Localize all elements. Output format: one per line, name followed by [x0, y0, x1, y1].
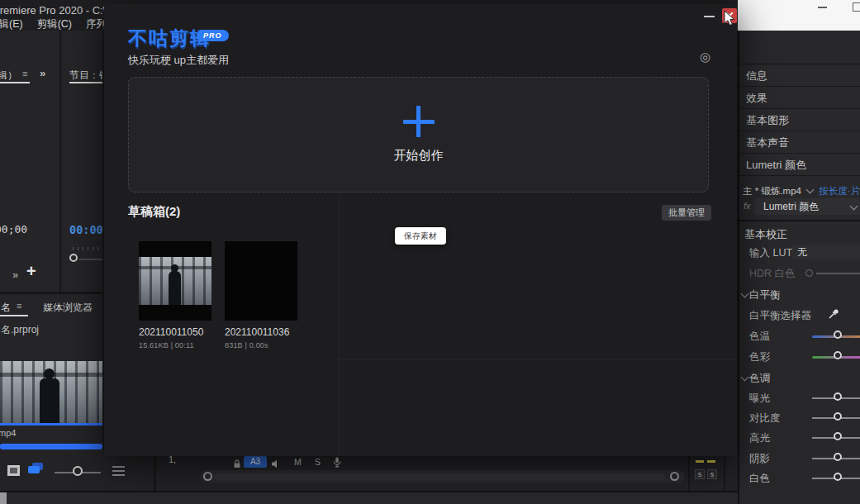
status-strip [0, 491, 860, 504]
active-tab-underline [0, 315, 28, 316]
tab-program-monitor[interactable]: 节目：锻 [69, 69, 102, 83]
master-clip-label[interactable]: 主 * 锻炼.mp4 [743, 186, 801, 196]
hdr-slider-track [816, 273, 860, 274]
tab-info[interactable]: 信息 [739, 64, 860, 87]
scrub-track [79, 259, 102, 260]
eyedropper-icon[interactable] [828, 308, 839, 323]
bottom-panels: 1, A3 M S s s [0, 450, 738, 491]
effect-selector[interactable]: Lumetri 颜色 [755, 198, 860, 215]
horizontal-scrollbar[interactable] [0, 444, 102, 449]
menu-clip[interactable]: 剪辑(C) [37, 17, 72, 31]
grid-line [339, 193, 340, 456]
tab-source-monitor[interactable]: 辑） [0, 69, 17, 83]
minimize-icon[interactable] [818, 7, 827, 8]
effect-name: Lumetri 颜色 [763, 198, 819, 215]
project-file-item[interactable]: 名.prproj [1, 323, 39, 337]
draft-name: 202110011050 [139, 326, 211, 338]
tint-slider-handle[interactable] [834, 351, 842, 359]
whites-slider-handle[interactable] [834, 473, 842, 481]
draft-meta: 831B | 0.00s [225, 341, 297, 349]
solo-button[interactable]: S [315, 457, 321, 467]
mute-button[interactable]: M [294, 457, 302, 467]
list-view-icon[interactable] [7, 465, 20, 476]
clip-thumbnail[interactable] [0, 361, 102, 423]
audio-meter-peak [707, 460, 715, 463]
group-white-balance: 白平衡 [739, 286, 860, 304]
draft-card[interactable]: 202110011050 15.61KB | 00:11 [139, 241, 211, 349]
dialog-minimize-button[interactable] [704, 16, 715, 17]
effect-clip-header: 主 * 锻炼.mp4 按长度·片 [743, 183, 860, 199]
program-timecode[interactable]: 00:00 [69, 223, 102, 236]
panel-menu-icon[interactable]: ≡ [17, 301, 21, 311]
left-panels: 辑） ≡ » 节目：锻 00;00 00:00 » + 名 ≡ 媒体浏览器 名.… [0, 31, 102, 504]
settings-icon[interactable]: ◎ [700, 50, 710, 63]
fx-badge: fx [744, 201, 751, 211]
shadows-slider-handle[interactable] [834, 453, 842, 461]
tab-effects[interactable]: 效果 [739, 87, 860, 109]
panel-divider [724, 450, 725, 491]
highlights-slider-handle[interactable] [834, 432, 842, 440]
button-overflow-icon[interactable]: » [12, 269, 18, 281]
source-timecode[interactable]: 00;00 [0, 223, 27, 235]
temperature-slider-handle[interactable] [834, 330, 842, 339]
chevron-down-icon[interactable] [741, 290, 749, 298]
track-target-a3-button[interactable]: A3 [244, 456, 267, 468]
maximize-icon[interactable] [853, 2, 860, 12]
input-lut-select[interactable]: 无 [792, 245, 860, 259]
group-tone: 色调 [739, 369, 860, 388]
voiceover-mic-icon[interactable] [333, 456, 341, 471]
tab-lumetri-color[interactable]: Lumetri 颜色 [739, 154, 860, 176]
chevron-down-icon[interactable] [806, 186, 815, 194]
row-input-lut: 输入 LUT 无 [739, 244, 860, 262]
tab-essential-graphics[interactable]: 基本图形 [739, 109, 860, 131]
zoom-handle-left[interactable] [203, 472, 212, 481]
row-temperature: 色温 [739, 327, 860, 345]
start-create-label: 开始创作 [394, 148, 444, 164]
contrast-slider-handle[interactable] [834, 412, 842, 421]
menu-icon[interactable] [112, 466, 125, 478]
panel-tab-list: 信息 效果 基本图形 基本声音 Lumetri 颜色 [739, 64, 860, 176]
exposure-slider-handle[interactable] [834, 392, 842, 401]
icon-view-icon[interactable] [28, 463, 45, 474]
tab-overflow-icon[interactable]: » [40, 67, 45, 79]
clip-link[interactable]: 按长度·片 [819, 186, 860, 196]
row-contrast: 对比度 [739, 409, 860, 429]
scrollbar-corner[interactable] [0, 492, 7, 504]
panel-divider [59, 31, 61, 292]
batch-manage-button[interactable]: 批量管理 [662, 205, 711, 221]
zoom-slider-handle[interactable] [73, 466, 83, 476]
add-button[interactable]: + [26, 262, 36, 281]
plus-icon [403, 106, 435, 137]
ruler-ticks [73, 247, 102, 250]
horizontal-divider [739, 220, 860, 221]
tab-essential-sound[interactable]: 基本声音 [739, 131, 860, 154]
selection-highlight [0, 423, 102, 426]
grid-line [339, 359, 737, 360]
timeline-zoom-scrollbar[interactable] [201, 470, 685, 483]
tagline: 快乐玩梗 up主都爱用 [128, 53, 229, 68]
menu-edit[interactable]: 编辑(E) [0, 17, 23, 31]
chevron-down-icon[interactable] [850, 202, 858, 211]
active-tab-underline [0, 82, 30, 83]
save-material-toast: 保存素材 [395, 227, 446, 245]
clip-filename: mp4 [0, 428, 16, 438]
start-create-button[interactable]: 开始创作 [128, 77, 709, 193]
meter-solo-left[interactable]: s [695, 469, 705, 479]
draft-thumbnail [139, 241, 211, 321]
meter-solo-right[interactable]: s [707, 469, 717, 479]
tab-media-browser[interactable]: 媒体浏览器 [43, 301, 93, 315]
horizontal-divider [0, 292, 102, 294]
scrub-handle[interactable] [69, 254, 78, 262]
draft-thumbnail [225, 241, 297, 321]
audio-meter-peak [696, 460, 704, 463]
row-highlights: 高光 [739, 429, 860, 449]
draft-card[interactable]: 202110011036 831B | 0.00s [225, 241, 297, 349]
zoom-handle-right[interactable] [670, 472, 679, 481]
row-wb-selector: 白平衡选择器 [739, 307, 860, 325]
row-hdr-white: HDR 白色 [739, 264, 860, 283]
panel-menu-icon[interactable]: ≡ [22, 69, 27, 78]
section-basic-correction[interactable]: 基本校正 [744, 227, 787, 242]
tab-project[interactable]: 名 [1, 301, 11, 315]
chevron-down-icon[interactable] [741, 373, 749, 382]
row-exposure: 曝光 [739, 389, 860, 409]
